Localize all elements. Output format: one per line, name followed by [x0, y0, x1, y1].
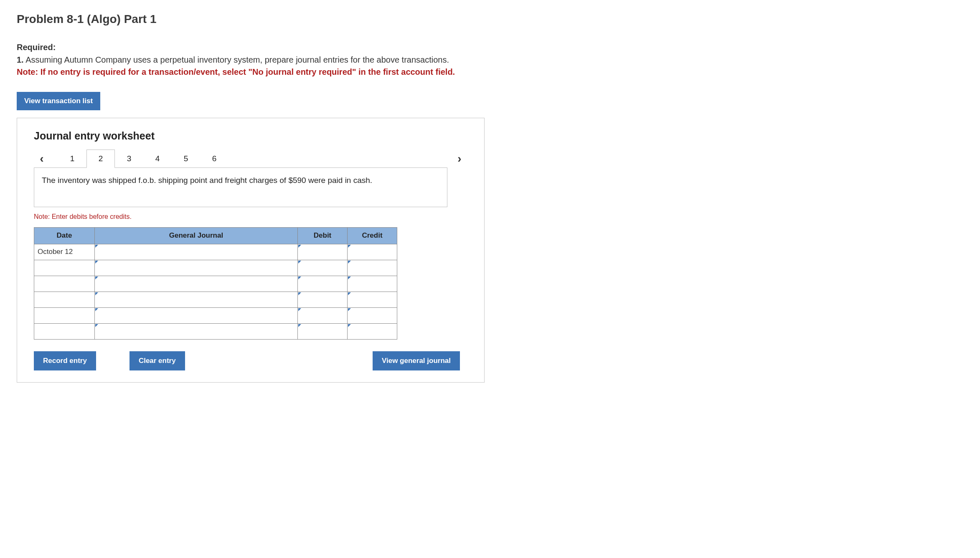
cell-general-journal[interactable] [94, 292, 297, 307]
dropdown-indicator-icon [298, 276, 301, 279]
worksheet-title: Journal entry worksheet [34, 130, 467, 142]
record-entry-button[interactable]: Record entry [34, 351, 96, 370]
page-title: Problem 8-1 (Algo) Part 1 [17, 13, 963, 26]
tab-2[interactable]: 2 [86, 150, 115, 168]
required-label: Required: [17, 43, 963, 52]
cell-credit[interactable] [348, 323, 397, 339]
cell-credit[interactable] [348, 244, 397, 260]
dropdown-indicator-icon [95, 324, 98, 327]
table-row [34, 323, 397, 339]
dropdown-indicator-icon [348, 308, 351, 311]
dropdown-indicator-icon [298, 261, 301, 264]
cell-debit[interactable] [298, 276, 348, 292]
header-date: Date [34, 227, 95, 244]
dropdown-indicator-icon [95, 245, 98, 248]
dropdown-indicator-icon [298, 324, 301, 327]
dropdown-indicator-icon [298, 308, 301, 311]
table-row [34, 292, 397, 307]
tabs: 1 2 3 4 5 6 [58, 150, 228, 168]
cell-date[interactable] [34, 276, 95, 292]
dropdown-indicator-icon [348, 245, 351, 248]
cell-credit[interactable] [348, 276, 397, 292]
cell-date[interactable] [34, 323, 95, 339]
dropdown-indicator-icon [348, 261, 351, 264]
enter-debits-note: Note: Enter debits before credits. [34, 213, 467, 221]
cell-date[interactable] [34, 260, 95, 276]
dropdown-indicator-icon [298, 292, 301, 295]
tab-6[interactable]: 6 [200, 150, 228, 168]
cell-general-journal[interactable] [94, 260, 297, 276]
dropdown-indicator-icon [95, 292, 98, 295]
dropdown-indicator-icon [298, 245, 301, 248]
instruction-number: 1. [17, 55, 24, 64]
cell-debit[interactable] [298, 260, 348, 276]
tab-1[interactable]: 1 [58, 150, 86, 168]
cell-general-journal[interactable] [94, 244, 297, 260]
view-transaction-list-button[interactable]: View transaction list [17, 92, 100, 110]
dropdown-indicator-icon [348, 292, 351, 295]
cell-general-journal[interactable] [94, 323, 297, 339]
cell-date[interactable] [34, 292, 95, 307]
tab-row: ‹ 1 2 3 4 5 6 › [34, 150, 467, 168]
worksheet-button-row: Record entry Clear entry View general jo… [34, 351, 460, 370]
note-red: Note: If no entry is required for a tran… [17, 67, 963, 77]
cell-general-journal[interactable] [94, 276, 297, 292]
dropdown-indicator-icon [95, 308, 98, 311]
instruction-line: 1. Assuming Autumn Company uses a perpet… [17, 54, 963, 66]
dropdown-indicator-icon [348, 276, 351, 279]
tab-5[interactable]: 5 [172, 150, 200, 168]
cell-credit[interactable] [348, 292, 397, 307]
table-row [34, 276, 397, 292]
cell-general-journal[interactable] [94, 307, 297, 323]
transaction-description: The inventory was shipped f.o.b. shippin… [34, 167, 447, 207]
tab-4[interactable]: 4 [143, 150, 172, 168]
cell-credit[interactable] [348, 260, 397, 276]
table-row: October 12 [34, 244, 397, 260]
clear-entry-button[interactable]: Clear entry [129, 351, 185, 370]
cell-debit[interactable] [298, 307, 348, 323]
instruction-text: Assuming Autumn Company uses a perpetual… [25, 55, 449, 64]
chevron-left-icon[interactable]: ‹ [34, 152, 50, 165]
header-debit: Debit [298, 227, 348, 244]
table-row [34, 260, 397, 276]
table-row [34, 307, 397, 323]
dropdown-indicator-icon [95, 261, 98, 264]
chevron-right-icon[interactable]: › [452, 152, 467, 165]
view-general-journal-button[interactable]: View general journal [373, 351, 460, 370]
cell-debit[interactable] [298, 323, 348, 339]
cell-date[interactable]: October 12 [34, 244, 95, 260]
header-general-journal: General Journal [94, 227, 297, 244]
dropdown-indicator-icon [95, 276, 98, 279]
journal-entry-worksheet: Journal entry worksheet ‹ 1 2 3 4 5 6 › … [17, 118, 485, 383]
cell-credit[interactable] [348, 307, 397, 323]
dropdown-indicator-icon [348, 324, 351, 327]
journal-entry-table: Date General Journal Debit Credit Octobe… [34, 227, 397, 340]
cell-debit[interactable] [298, 244, 348, 260]
tab-3[interactable]: 3 [115, 150, 143, 168]
cell-date[interactable] [34, 307, 95, 323]
cell-debit[interactable] [298, 292, 348, 307]
header-credit: Credit [348, 227, 397, 244]
